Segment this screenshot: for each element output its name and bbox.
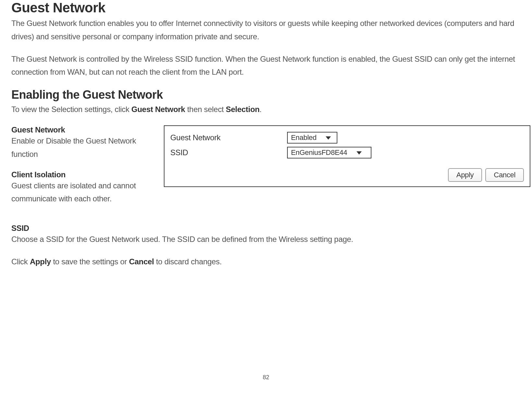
apply-button[interactable]: Apply [448,168,482,182]
footer-prefix: Click [11,257,30,266]
instruction-bold-1: Guest Network [131,105,185,114]
panel-label-guest-network: Guest Network [170,133,287,142]
instruction-prefix: To view the Selection settings, click [11,105,131,114]
footer-mid: to save the settings or [51,257,129,266]
section-heading-enabling: Enabling the Guest Network [11,88,521,102]
cancel-button[interactable]: Cancel [485,168,524,182]
def-guest-network-desc: Enable or Disable the Guest Network func… [11,134,154,161]
settings-panel: Guest Network Enabled SSID EnGeniusFD8E4… [164,125,530,187]
intro-paragraph-2: The Guest Network is controlled by the W… [11,53,521,79]
instruction-bold-2: Selection [226,105,260,114]
footer-instruction: Click Apply to save the settings or Canc… [11,255,521,269]
footer-bold-1: Apply [30,257,51,266]
footer-bold-2: Cancel [129,257,154,266]
def-guest-network-title: Guest Network [11,125,154,134]
footer-suffix: to discard changes. [154,257,222,266]
ssid-select[interactable]: EnGeniusFD8E44 [287,147,371,158]
def-ssid-title: SSID [11,224,521,233]
instruction-text: To view the Selection settings, click Gu… [11,103,521,116]
instruction-suffix: . [260,105,261,114]
intro-paragraph-1: The Guest Network function enables you t… [11,17,521,44]
def-client-isolation-title: Client Isolation [11,170,154,179]
def-client-isolation-desc: Guest clients are isolated and cannot co… [11,179,154,206]
panel-label-ssid: SSID [170,148,287,157]
page-number: 82 [11,374,521,381]
def-ssid-desc: Choose a SSID for the Guest Network used… [11,233,521,246]
instruction-mid: then select [185,105,226,114]
page-title: Guest Network [11,0,521,16]
guest-network-select[interactable]: Enabled [287,132,337,144]
